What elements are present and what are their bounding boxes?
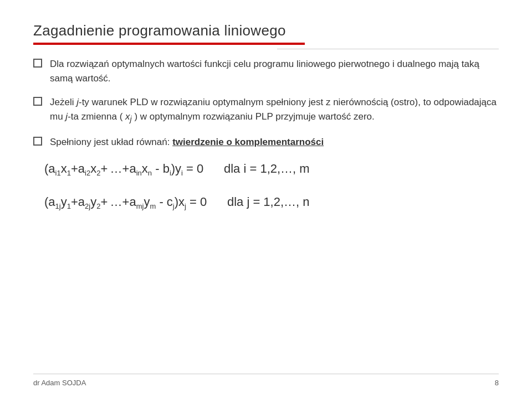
bullet-text-1: Dla rozwiązań optymalnych wartości funkc… bbox=[50, 57, 499, 85]
math-equation-1: (ai1x1+ai2x2+ …+ainxn - bi)yi = 0 dla i … bbox=[44, 161, 499, 179]
bullet-text-3: Spełniony jest układ równań: twierdzenie… bbox=[50, 135, 499, 149]
bullet-item-1: Dla rozwiązań optymalnych wartości funkc… bbox=[33, 57, 499, 85]
theorem-label: twierdzenie o komplementarności bbox=[172, 137, 324, 147]
slide-title: Zagadnienie programowania liniowego bbox=[33, 22, 499, 39]
red-accent-bar bbox=[33, 43, 305, 45]
title-section: Zagadnienie programowania liniowego bbox=[33, 22, 499, 45]
math-equation-2: (a1jy1+a2jy2+ …+amjym - cj)xj = 0 dla j … bbox=[44, 194, 499, 212]
footer: dr Adam SOJDA 8 bbox=[33, 374, 499, 387]
footer-author: dr Adam SOJDA bbox=[33, 379, 86, 387]
bullet-section: Dla rozwiązań optymalnych wartości funkc… bbox=[33, 57, 499, 149]
bullet-item-3: Spełniony jest układ równań: twierdzenie… bbox=[33, 135, 499, 149]
slide: Zagadnienie programowania liniowego Dla … bbox=[0, 0, 532, 398]
checkbox-icon-2 bbox=[33, 97, 42, 106]
bullet-item-2: Jeżeli j-ty warunek PLD w rozwiązaniu op… bbox=[33, 95, 499, 125]
checkbox-icon-3 bbox=[33, 137, 42, 146]
gray-accent-bar bbox=[277, 49, 499, 49]
footer-page: 8 bbox=[495, 379, 499, 387]
bullet-text-2: Jeżeli j-ty warunek PLD w rozwiązaniu op… bbox=[50, 95, 499, 125]
math-section: (ai1x1+ai2x2+ …+ainxn - bi)yi = 0 dla i … bbox=[33, 161, 499, 212]
checkbox-icon-1 bbox=[33, 59, 42, 68]
